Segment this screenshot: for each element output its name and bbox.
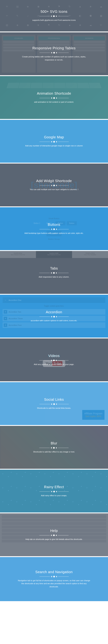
- section-desc: Help tab on shortcode page to give full …: [25, 538, 83, 541]
- section-title: Rainy Effect: [44, 485, 64, 489]
- section-desc: Add bootstrap type buttons with custom o…: [25, 232, 84, 235]
- section-pricing: STANDARD PROFESSIONAL BUSINESS Responsiv…: [0, 32, 108, 75]
- section-desc: accordion with custom options to add col…: [31, 319, 77, 322]
- section-title: Google Map: [44, 135, 64, 139]
- section-title: Social Links: [44, 398, 64, 402]
- divider: [39, 576, 69, 577]
- section-desc: Add responsive tabs to any column.: [39, 276, 69, 278]
- divider: [39, 447, 69, 449]
- section-accordion: −Accordion One Toggle content goes here.…: [0, 295, 108, 338]
- divider: [39, 491, 69, 492]
- section-desc: Add any youtube or vimeo videos to your …: [34, 363, 74, 366]
- section-rainy: Rainy Effect Add rainy effect to your sn…: [0, 470, 108, 512]
- divider: [39, 403, 69, 405]
- divider: [39, 534, 69, 536]
- section-desc: add animation to full content or part of…: [34, 100, 74, 104]
- section-tabs: OVERVIEWNew Features in Next Tab SUBSCRI…: [0, 251, 108, 294]
- section-title: Blur: [51, 441, 57, 445]
- section-desc: Create pricing tables with number of opt…: [17, 55, 91, 62]
- section-title: Search and Navigation: [35, 570, 73, 574]
- section-title: Videos: [48, 354, 60, 358]
- section-videos: vimeo YouTube Videos Add any youtube or …: [0, 338, 108, 381]
- section-search: Search and Navigation Navigation tab to …: [0, 557, 108, 601]
- section-title: Accordion: [46, 310, 62, 314]
- divider: [39, 52, 69, 54]
- section-desc: You can add multiple and non layer widge…: [30, 188, 78, 191]
- section-help: Help Help tab on shortcode page to give …: [0, 513, 108, 556]
- section-map: Google Map Add any number of interactive…: [0, 120, 108, 163]
- section-social: Affiliate Program Get Upto 30% Social Li…: [0, 382, 108, 425]
- section-desc: supports both glyphicons and Font awesom…: [32, 19, 76, 22]
- divider: [39, 360, 69, 361]
- section-desc: Add any number of interactive google map…: [25, 144, 83, 148]
- section-blur: Blur Shortcode to add blur effect to any…: [0, 426, 108, 469]
- section-desc: Navigation tab to get full list of short…: [17, 579, 91, 588]
- section-title: Responsive Pricing Tables: [32, 46, 76, 50]
- section-desc: Add rainy effect to your snaps.: [41, 494, 67, 497]
- divider: [39, 16, 69, 17]
- section-widget: [shortcode] Add Widgit Shortcode You can…: [0, 164, 108, 206]
- section-title: 500+ SVG Icons: [41, 10, 67, 14]
- section-desc: Shortcode to add the social links boxes.: [37, 407, 71, 410]
- divider: [39, 97, 69, 99]
- section-title: Help: [50, 529, 58, 533]
- section-animation: Animation Shortcode add animation to ful…: [0, 76, 108, 119]
- divider: [39, 141, 69, 142]
- section-title: Add Widgit Shortcode: [36, 179, 72, 183]
- divider: [39, 185, 69, 186]
- divider: [39, 272, 69, 274]
- section-title: Buttons: [48, 223, 60, 227]
- section-desc: Shortcode to add blur effect to any imag…: [33, 450, 75, 454]
- section-title: Animation Shortcode: [37, 92, 71, 96]
- section-title: Tabs: [50, 266, 58, 270]
- divider: [39, 228, 69, 230]
- section-buttons: Small Button Button 1ButtonButtonButton …: [0, 207, 108, 250]
- section-icons: ✈▤◈◉★⚑↻▲♣☁ ✂✎♪⇄⬡♠⟳◐⬢▦ ▤◈◉★⚑↻▲♣☁✂ 500+ SV…: [0, 0, 108, 32]
- divider: [39, 316, 69, 318]
